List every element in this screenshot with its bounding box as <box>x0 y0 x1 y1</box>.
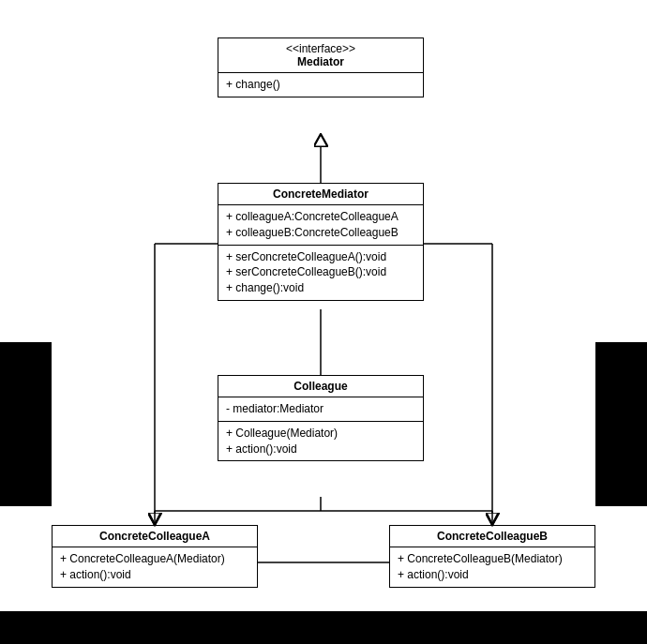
concrete-colleague-a-methods: + ConcreteColleagueA(Mediator) + action(… <box>53 547 257 587</box>
concrete-mediator-method-2: + serConcreteColleagueB():void <box>226 264 415 280</box>
mediator-methods-section: + change() <box>218 73 423 97</box>
concrete-mediator-methods: + serConcreteColleagueA():void + serConc… <box>218 246 423 300</box>
mediator-stereotype: <<interface>> <box>226 42 415 55</box>
concrete-colleague-b-method-2: + action():void <box>398 567 587 583</box>
concrete-colleague-b-method-1: + ConcreteColleagueB(Mediator) <box>398 551 587 567</box>
black-bar-right <box>595 342 647 506</box>
concrete-colleague-a-header: ConcreteColleagueA <box>53 526 257 547</box>
colleague-method-1: + Colleague(Mediator) <box>226 426 415 442</box>
concrete-colleague-a-method-2: + action():void <box>60 567 249 583</box>
colleague-class-box: Colleague - mediator:Mediator + Colleagu… <box>218 375 424 461</box>
colleague-header: Colleague <box>218 376 423 397</box>
concrete-mediator-method-1: + serConcreteColleagueA():void <box>226 249 415 265</box>
concrete-mediator-attr-2: + colleagueB:ConcreteColleagueB <box>226 225 415 241</box>
concrete-colleague-b-header: ConcreteColleagueB <box>390 526 594 547</box>
black-bar-left <box>0 342 52 506</box>
concrete-mediator-name: ConcreteMediator <box>273 187 369 201</box>
concrete-colleague-b-name: ConcreteColleagueB <box>437 530 548 543</box>
colleague-name: Colleague <box>293 380 347 393</box>
concrete-mediator-method-3: + change():void <box>226 280 415 296</box>
colleague-method-2: + action():void <box>226 442 415 457</box>
colleague-methods: + Colleague(Mediator) + action():void <box>218 422 423 461</box>
concrete-colleague-a-method-1: + ConcreteColleagueA(Mediator) <box>60 551 249 567</box>
concrete-colleague-a-name: ConcreteColleagueA <box>99 530 210 543</box>
mediator-class-box: <<interface>> Mediator + change() <box>218 37 424 97</box>
concrete-mediator-attrs: + colleagueA:ConcreteColleagueA + collea… <box>218 205 423 246</box>
diagram-container: <<interface>> Mediator + change() Concre… <box>0 0 647 644</box>
concrete-mediator-header: ConcreteMediator <box>218 184 423 205</box>
concrete-mediator-class-box: ConcreteMediator + colleagueA:ConcreteCo… <box>218 183 424 301</box>
mediator-method-1: + change() <box>226 77 415 93</box>
concrete-mediator-attr-1: + colleagueA:ConcreteColleagueA <box>226 209 415 225</box>
mediator-name: Mediator <box>297 55 344 68</box>
colleague-attr-1: - mediator:Mediator <box>226 401 415 417</box>
concrete-colleague-b-box: ConcreteColleagueB + ConcreteColleagueB(… <box>389 525 595 588</box>
concrete-colleague-a-box: ConcreteColleagueA + ConcreteColleagueA(… <box>52 525 258 588</box>
concrete-colleague-b-methods: + ConcreteColleagueB(Mediator) + action(… <box>390 547 594 587</box>
colleague-attrs: - mediator:Mediator <box>218 397 423 422</box>
black-bar-bottom <box>0 611 647 644</box>
mediator-header: <<interface>> Mediator <box>218 38 423 73</box>
